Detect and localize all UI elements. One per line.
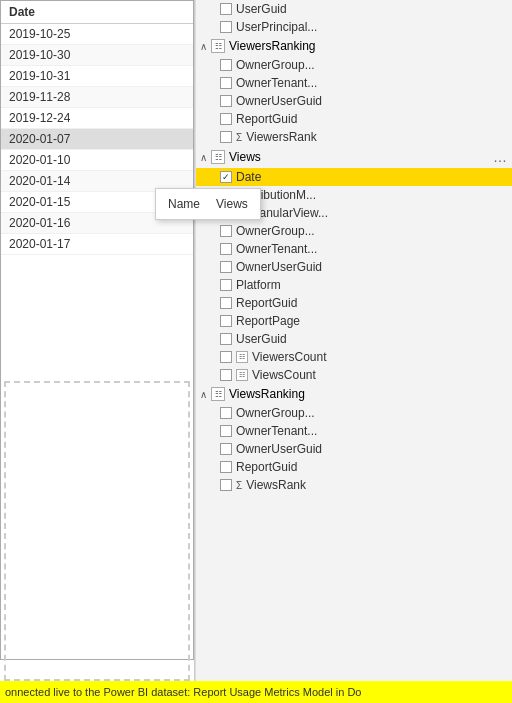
field-label: UserGuid — [236, 2, 504, 16]
main-container: Date 2019-10-252019-10-302019-10-312019-… — [0, 0, 512, 703]
list-item: Σ ViewsRank — [196, 476, 512, 494]
field-label: OwnerGroup... — [236, 58, 504, 72]
sigma-icon: Σ — [236, 132, 242, 143]
field-label: OwnerUserGuid — [236, 260, 504, 274]
checkbox[interactable] — [220, 3, 232, 15]
list-item: OwnerGroup... — [196, 222, 512, 240]
checkbox[interactable] — [220, 95, 232, 107]
checkbox[interactable] — [220, 407, 232, 419]
checkbox[interactable] — [220, 225, 232, 237]
checkbox[interactable] — [220, 369, 232, 381]
table-row: 2020-01-17 — [1, 234, 193, 255]
checkbox[interactable] — [220, 315, 232, 327]
left-panel: Date 2019-10-252019-10-302019-10-312019-… — [0, 0, 195, 703]
field-label: ViewsCount — [252, 368, 504, 382]
section-header-views[interactable]: ∧ ☷ Views … — [196, 146, 512, 168]
sigma-icon: Σ — [236, 480, 242, 491]
table-icon: ☷ — [211, 150, 225, 164]
list-item: UserPrincipal... — [196, 18, 512, 36]
checkbox[interactable] — [220, 59, 232, 71]
field-label: Platform — [236, 278, 504, 292]
column-header: Date — [1, 1, 193, 24]
field-label: ViewersCount — [252, 350, 504, 364]
list-item: OwnerTenant... — [196, 74, 512, 92]
checkbox[interactable] — [220, 333, 232, 345]
field-label: OwnerTenant... — [236, 76, 504, 90]
field-label: OwnerGroup... — [236, 224, 504, 238]
tooltip-views[interactable]: Views — [216, 197, 248, 211]
list-item: OwnerTenant... — [196, 422, 512, 440]
list-item: OwnerGroup... — [196, 56, 512, 74]
section-label: ViewersRanking — [229, 39, 508, 53]
field-label: DistributionM... — [236, 188, 504, 202]
field-label: UserPrincipal... — [236, 20, 504, 34]
drop-area — [4, 381, 190, 681]
table-row: 2020-01-10 — [1, 150, 193, 171]
status-text: onnected live to the Power BI dataset: R… — [5, 686, 361, 698]
list-item: UserGuid — [196, 330, 512, 348]
field-label: ViewsRank — [246, 478, 504, 492]
list-item: ☷ ViewersCount — [196, 348, 512, 366]
checkbox[interactable] — [220, 461, 232, 473]
tooltip-name[interactable]: Name — [168, 197, 200, 211]
right-panel[interactable]: UserGuid UserPrincipal... ∧ ☷ ViewersRan… — [195, 0, 512, 703]
list-item: ReportGuid — [196, 458, 512, 476]
checkbox[interactable] — [220, 443, 232, 455]
table-small-icon: ☷ — [236, 369, 248, 381]
section-header-viewers-ranking[interactable]: ∧ ☷ ViewersRanking — [196, 36, 512, 56]
checkbox[interactable] — [220, 77, 232, 89]
table-rows: 2019-10-252019-10-302019-10-312019-11-28… — [1, 24, 193, 255]
tooltip-popup: Name Views — [155, 188, 261, 220]
table-small-icon: ☷ — [236, 351, 248, 363]
table-icon: ☷ — [211, 387, 225, 401]
field-label: OwnerUserGuid — [236, 94, 504, 108]
table-row: 2019-12-24 — [1, 108, 193, 129]
chevron-icon: ∧ — [200, 41, 207, 52]
field-label: OwnerUserGuid — [236, 442, 504, 456]
more-options-icon[interactable]: … — [493, 149, 508, 165]
status-bar: onnected live to the Power BI dataset: R… — [0, 681, 512, 703]
list-item: OwnerTenant... — [196, 240, 512, 258]
checkbox[interactable] — [220, 243, 232, 255]
field-label: ReportGuid — [236, 460, 504, 474]
chevron-icon: ∧ — [200, 152, 207, 163]
table-icon: ☷ — [211, 39, 225, 53]
checkbox[interactable] — [220, 279, 232, 291]
checkbox[interactable] — [220, 425, 232, 437]
section-header-views-ranking[interactable]: ∧ ☷ ViewsRanking — [196, 384, 512, 404]
list-item: OwnerUserGuid — [196, 440, 512, 458]
field-label: ReportPage — [236, 314, 504, 328]
checkbox[interactable] — [220, 21, 232, 33]
checkbox[interactable] — [220, 479, 232, 491]
field-label: ReportGuid — [236, 112, 504, 126]
field-label: OwnerGroup... — [236, 406, 504, 420]
table-row: 2019-10-31 — [1, 66, 193, 87]
list-item: ReportGuid — [196, 110, 512, 128]
checkbox[interactable]: ✓ — [220, 171, 232, 183]
section-label: Views — [229, 150, 489, 164]
table-row: 2019-11-28 — [1, 87, 193, 108]
table-row: 2020-01-07 — [1, 129, 193, 150]
checkbox[interactable] — [220, 351, 232, 363]
list-item-date: ✓ Date — [196, 168, 512, 186]
table-row: 2019-10-25 — [1, 24, 193, 45]
checkbox[interactable] — [220, 113, 232, 125]
checkbox[interactable] — [220, 131, 232, 143]
list-item: UserGuid — [196, 0, 512, 18]
list-item: ReportPage — [196, 312, 512, 330]
field-label: ViewersRank — [246, 130, 504, 144]
field-label: Date — [236, 170, 504, 184]
list-item: OwnerUserGuid — [196, 258, 512, 276]
section-label: ViewsRanking — [229, 387, 508, 401]
field-label: OwnerTenant... — [236, 424, 504, 438]
chevron-icon: ∧ — [200, 389, 207, 400]
list-item: Σ ViewersRank — [196, 128, 512, 146]
field-label: OwnerTenant... — [236, 242, 504, 256]
field-label: GranularView... — [246, 206, 504, 220]
checkbox[interactable] — [220, 297, 232, 309]
field-label: ReportGuid — [236, 296, 504, 310]
table-row: 2019-10-30 — [1, 45, 193, 66]
checkbox[interactable] — [220, 261, 232, 273]
list-item: ReportGuid — [196, 294, 512, 312]
field-label: UserGuid — [236, 332, 504, 346]
